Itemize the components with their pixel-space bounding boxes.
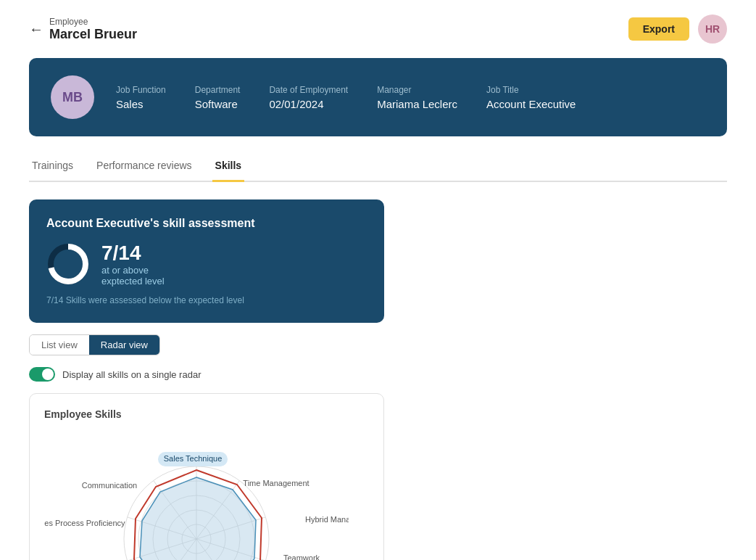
top-bar: ← Employee Marcel Brueur Export HR — [29, 15, 727, 44]
toggle-knob — [42, 368, 54, 380]
department-label: Department — [195, 85, 241, 95]
tab-skills[interactable]: Skills — [212, 154, 245, 182]
job-title-label: Job Title — [486, 85, 576, 95]
export-button[interactable]: Export — [628, 17, 689, 41]
radar-wrapper: Sales Technique Time Management Hybrid M… — [44, 432, 369, 560]
hybrid-mgmt-label: Hybrid Management — [305, 515, 349, 524]
top-actions: Export HR — [628, 15, 727, 44]
skill-assessment-card: Account Executive's skill assessment 7/1… — [29, 199, 384, 323]
skill-stats: 7/14 at or above exptected level — [46, 242, 367, 287]
sales-process-label: Sales Process Proficiency — [44, 519, 125, 527]
avatar: HR — [698, 15, 727, 44]
employee-avatar: MB — [51, 75, 94, 119]
skill-note: 7/14 Skills were assessed below the expe… — [46, 295, 367, 305]
list-view-button[interactable]: List view — [30, 335, 89, 355]
time-mgmt-label: Time Management — [243, 479, 309, 487]
employee-info: Employee Marcel Brueur — [49, 17, 137, 42]
tabs: Trainings Performance reviews Skills — [29, 154, 727, 182]
skill-score: 7/14 — [101, 242, 141, 264]
info-field-manager: Manager Mariama Leclerc — [377, 85, 457, 110]
tab-performance-reviews[interactable]: Performance reviews — [94, 154, 195, 182]
display-toggle: Display all skills on a single radar — [29, 367, 727, 382]
job-function-value: Sales — [116, 98, 166, 110]
communication-label: Communication — [82, 481, 137, 490]
manager-value: Mariama Leclerc — [377, 98, 457, 110]
info-field-department: Department Software — [195, 85, 241, 110]
sales-technique-label: Sales Technique — [164, 454, 223, 463]
employee-skills-card: Employee Skills — [29, 393, 384, 560]
skills-card-title: Employee Skills — [44, 408, 369, 420]
info-field-job-title: Job Title Account Executive — [486, 85, 576, 110]
toggle-label: Display all skills on a single radar — [62, 369, 201, 380]
skill-above-label: at or above — [101, 265, 165, 276]
manager-label: Manager — [377, 85, 457, 95]
skill-expected-label: exptected level — [101, 276, 165, 287]
toggle-switch[interactable] — [29, 367, 55, 382]
page: ← Employee Marcel Brueur Export HR MB Jo… — [0, 0, 756, 560]
radar-chart: Sales Technique Time Management Hybrid M… — [44, 432, 349, 560]
view-toggle: List view Radar view — [29, 334, 160, 355]
donut-chart — [46, 242, 90, 286]
info-banner: MB Job Function Sales Department Softwar… — [29, 58, 727, 136]
skill-assessment-title: Account Executive's skill assessment — [46, 217, 367, 230]
svg-marker-17 — [140, 477, 256, 560]
employee-name: Marcel Brueur — [49, 27, 137, 42]
radar-view-button[interactable]: Radar view — [89, 335, 159, 355]
job-function-label: Job Function — [116, 85, 166, 95]
back-arrow-icon: ← — [29, 21, 43, 38]
employment-date-label: Date of Employment — [269, 85, 348, 95]
teamwork-label: Teamwork — [283, 553, 320, 560]
employment-date-value: 02/01/2024 — [269, 98, 348, 110]
skill-description: at or above exptected level — [101, 265, 165, 287]
skill-score-block: 7/14 at or above exptected level — [101, 242, 165, 287]
back-nav[interactable]: ← Employee Marcel Brueur — [29, 17, 137, 42]
tab-trainings[interactable]: Trainings — [29, 154, 76, 182]
info-field-job-function: Job Function Sales — [116, 85, 166, 110]
info-fields: Job Function Sales Department Software D… — [116, 85, 705, 110]
info-field-employment-date: Date of Employment 02/01/2024 — [269, 85, 348, 110]
employee-label: Employee — [49, 17, 137, 27]
job-title-value: Account Executive — [486, 98, 576, 110]
department-value: Software — [195, 98, 241, 110]
